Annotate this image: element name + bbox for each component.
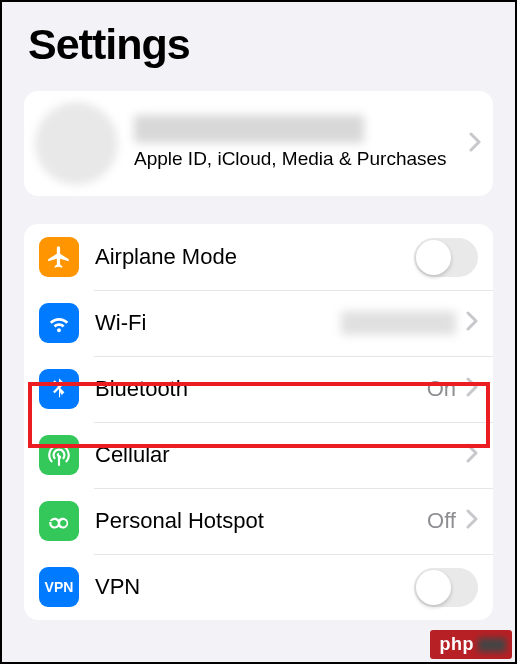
row-airplane-mode[interactable]: Airplane Mode [24, 224, 493, 290]
row-label: Airplane Mode [95, 244, 414, 270]
page-title: Settings [2, 2, 515, 81]
row-label: Bluetooth [95, 376, 427, 402]
avatar [35, 102, 118, 185]
bluetooth-icon [39, 369, 79, 409]
chevron-right-icon [469, 132, 481, 156]
row-label: Personal Hotspot [95, 508, 427, 534]
row-wifi[interactable]: Wi-Fi [24, 290, 493, 356]
wifi-icon [39, 303, 79, 343]
row-label: VPN [95, 574, 414, 600]
wifi-value-redacted [341, 311, 456, 335]
chevron-right-icon [466, 377, 478, 401]
chevron-right-icon [466, 509, 478, 533]
hotspot-value: Off [427, 508, 456, 534]
chevron-right-icon [466, 443, 478, 467]
row-label: Cellular [95, 442, 466, 468]
vpn-toggle[interactable] [414, 568, 478, 607]
apple-id-name-redacted [134, 115, 364, 143]
bluetooth-value: On [427, 376, 456, 402]
cellular-icon [39, 435, 79, 475]
vpn-icon: VPN [39, 567, 79, 607]
airplane-icon [39, 237, 79, 277]
row-bluetooth[interactable]: Bluetooth On [24, 356, 493, 422]
row-personal-hotspot[interactable]: Personal Hotspot Off [24, 488, 493, 554]
hotspot-icon [39, 501, 79, 541]
chevron-right-icon [466, 311, 478, 335]
apple-id-card[interactable]: Apple ID, iCloud, Media & Purchases [24, 91, 493, 196]
row-label: Wi-Fi [95, 310, 341, 336]
settings-list: Airplane Mode Wi-Fi Bluetooth On Cellula… [24, 224, 493, 620]
watermark: php [430, 630, 513, 659]
apple-id-subtitle: Apple ID, iCloud, Media & Purchases [134, 147, 469, 172]
row-cellular[interactable]: Cellular [24, 422, 493, 488]
airplane-toggle[interactable] [414, 238, 478, 277]
row-vpn[interactable]: VPN VPN [24, 554, 493, 620]
